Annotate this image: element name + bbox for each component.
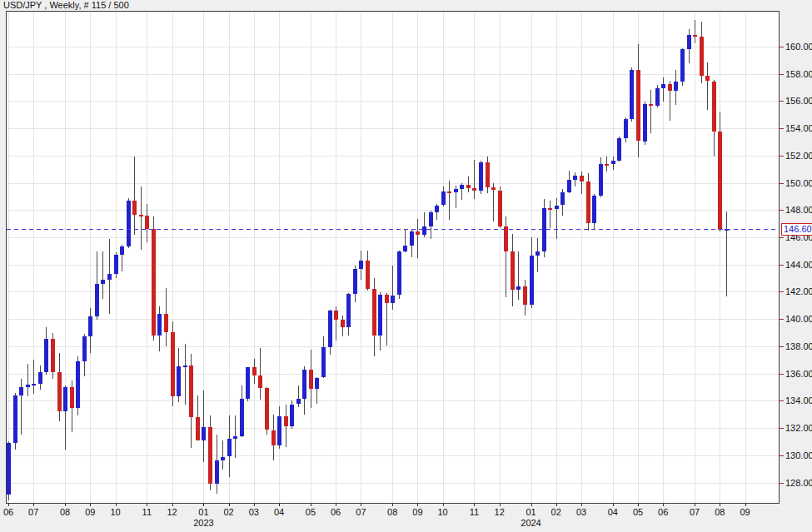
candle-up (661, 84, 665, 88)
gridline-vertical (90, 12, 91, 503)
candle-up (315, 378, 319, 390)
candle-down (196, 417, 200, 440)
candle-down (705, 76, 710, 82)
candle-up (422, 226, 426, 235)
gridline-vertical (336, 12, 336, 503)
time-tick (116, 503, 117, 506)
candle-up (536, 251, 540, 256)
candle-up (441, 191, 446, 205)
time-tick (147, 503, 147, 506)
candle-up (624, 119, 628, 138)
month-label: 10 (110, 507, 120, 517)
gridline-vertical (172, 12, 173, 503)
price-label: 134.00 (785, 395, 812, 405)
price-label: 154.00 (785, 123, 812, 133)
time-tick (203, 503, 204, 506)
candle-up (82, 336, 87, 361)
price-label: 156.00 (785, 96, 812, 106)
candle-up (530, 256, 534, 305)
candle-wick (518, 251, 519, 300)
candle-up (13, 395, 17, 443)
time-tick (613, 503, 614, 506)
candle-wick (102, 251, 103, 299)
month-label: 09 (412, 507, 422, 517)
candle-down (649, 104, 653, 107)
candle-up (435, 206, 439, 212)
candle-up (296, 399, 301, 405)
price-label: 136.00 (785, 369, 812, 379)
time-tick (638, 503, 639, 506)
time-tick (745, 503, 746, 506)
gridline-vertical (8, 12, 9, 503)
month-label: 11 (142, 507, 152, 517)
candle-up (643, 104, 647, 142)
price-tick (780, 128, 784, 129)
gridline-vertical (581, 12, 582, 503)
candle-up (397, 251, 401, 295)
candle-down (586, 181, 590, 223)
candle-down (309, 370, 313, 390)
candle-wick (581, 172, 582, 194)
candle-wick (260, 348, 261, 400)
candle-up (454, 189, 458, 192)
price-label: 160.00 (785, 42, 812, 52)
candle-up (277, 416, 281, 445)
gridline-vertical (745, 12, 746, 503)
time-tick (531, 503, 532, 506)
candle-down (491, 187, 496, 190)
candle-up (127, 201, 131, 247)
chart-plot-area[interactable] (6, 11, 780, 504)
candle-up (359, 261, 363, 269)
price-tick (780, 483, 784, 484)
price-tick (780, 183, 784, 184)
candle-down (580, 176, 584, 181)
time-tick (90, 503, 91, 506)
candle-up (240, 399, 244, 436)
time-tick (279, 503, 280, 506)
candle-up (177, 366, 181, 397)
price-label: 138.00 (785, 341, 812, 351)
candle-up (32, 384, 36, 385)
candle-up (183, 365, 187, 367)
month-label: 01 (526, 507, 536, 517)
candle-wick (707, 62, 708, 110)
time-tick (417, 503, 418, 506)
candle-up (215, 460, 219, 484)
current-price-line (7, 229, 779, 230)
candle-down (712, 82, 716, 132)
candle-wick (650, 90, 651, 133)
month-label: 06 (658, 507, 668, 517)
candle-down (486, 162, 490, 187)
candle-up (95, 284, 99, 316)
time-tick (720, 503, 720, 506)
candle-down (145, 216, 149, 229)
price-label: 130.00 (785, 450, 812, 460)
candle-up (114, 255, 118, 274)
candle-down (258, 375, 262, 388)
candle-up (246, 367, 250, 399)
price-label: 142.00 (785, 286, 812, 296)
gridline-vertical (443, 12, 444, 503)
candle-up (687, 35, 691, 49)
candle-up (655, 88, 660, 106)
candle-up (429, 212, 433, 226)
candle-down (252, 367, 257, 375)
candle-down (366, 261, 370, 289)
candle-wick (222, 440, 223, 470)
candle-up (611, 161, 615, 164)
candle-up (555, 206, 559, 209)
month-label: 09 (85, 507, 95, 517)
price-tick (780, 237, 784, 238)
candle-down (466, 185, 471, 188)
price-label: 132.00 (785, 423, 812, 433)
candle-up (120, 246, 124, 255)
candle-wick (550, 201, 550, 229)
candle-up (516, 286, 521, 290)
candle-down (523, 286, 527, 305)
month-label: 08 (60, 507, 70, 517)
candle-down (700, 37, 704, 77)
candle-up (44, 339, 48, 372)
candle-up (599, 164, 603, 196)
month-label: 05 (633, 507, 643, 517)
candle-down (164, 314, 168, 331)
